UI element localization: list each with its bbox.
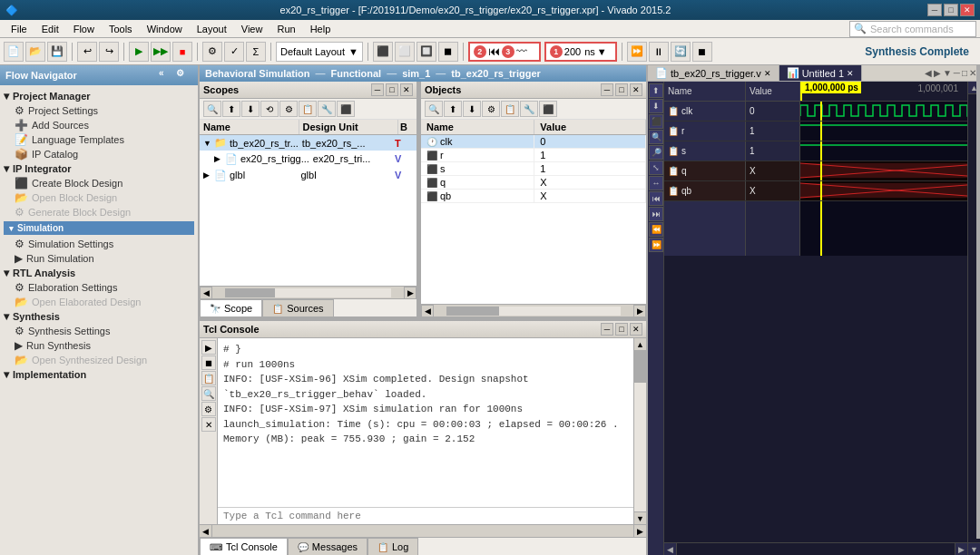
obj-row-qb[interactable]: ⬛qb X <box>421 190 646 203</box>
wave-side-btn-6[interactable]: ⤡ <box>649 161 663 175</box>
tcl-close-btn[interactable]: ✕ <box>630 323 642 336</box>
save-button[interactable]: 💾 <box>47 42 67 62</box>
wave-maximize-icon[interactable]: □ <box>962 68 967 78</box>
tcl-minimize-btn[interactable]: ─ <box>601 323 613 336</box>
obj-row-s[interactable]: ⬛s 1 <box>421 162 646 176</box>
wave-side-btn-4[interactable]: 🔍 <box>649 130 663 144</box>
scopes-maximize-btn[interactable]: □ <box>386 83 398 96</box>
wave-side-btn-8[interactable]: ⏮ <box>649 191 663 206</box>
objects-tb-btn-6[interactable]: 🔧 <box>520 101 538 117</box>
tcl-hscrollbar[interactable]: ◀ ▶ <box>200 524 646 537</box>
objects-tb-btn-3[interactable]: ⬇ <box>463 101 481 117</box>
tcl-side-btn-5[interactable]: ⚙ <box>201 402 216 416</box>
menu-edit[interactable]: Edit <box>34 20 66 37</box>
scopes-tb-btn-5[interactable]: ⚙ <box>279 101 298 117</box>
nav-settings-btn[interactable]: ⚙ <box>176 68 192 83</box>
objects-tb-btn-2[interactable]: ⬆ <box>444 101 462 117</box>
tab-scope[interactable]: 🔭 Scope <box>200 299 262 316</box>
tb-icon-1[interactable]: ⬛ <box>373 42 393 62</box>
nav-item-project-settings[interactable]: ⚙ Project Settings <box>0 103 198 118</box>
wave-side-btn-1[interactable]: ⬆ <box>649 83 663 98</box>
nav-item-add-sources[interactable]: ➕ Add Sources <box>0 118 198 132</box>
scopes-close-btn[interactable]: ✕ <box>400 83 413 96</box>
wave-scroll-right[interactable]: ▶ <box>955 543 967 555</box>
menu-layout[interactable]: Layout <box>190 20 234 37</box>
scroll-right-btn[interactable]: ▶ <box>404 287 416 299</box>
tab-tcl-console[interactable]: ⌨ Tcl Console <box>200 538 288 555</box>
scopes-tb-btn-2[interactable]: ⬆ <box>222 101 240 117</box>
wave-side-btn-9[interactable]: ⏭ <box>649 207 663 221</box>
objects-tb-btn-1[interactable]: 🔍 <box>425 101 443 117</box>
objects-minimize-btn[interactable]: ─ <box>601 83 613 96</box>
wave-side-btn-11[interactable]: ⏩ <box>649 238 663 252</box>
nav-item-open-block-design[interactable]: 📂 Open Block Design <box>0 190 198 205</box>
nav-section-simulation[interactable]: ▾ Simulation <box>4 221 194 235</box>
scope-row-ex20[interactable]: ▶ 📄 ex20_rs_trigg... ex20_rs_tri... V <box>200 151 416 167</box>
menu-view[interactable]: View <box>234 20 270 37</box>
tcl-hscroll-right[interactable]: ▶ <box>633 525 646 537</box>
nav-section-synthesis[interactable]: ▾ Synthesis <box>0 309 198 324</box>
nav-section-project-manager[interactable]: ▾ Project Manager <box>0 89 198 103</box>
tb-icon-3[interactable]: 🔲 <box>416 42 436 62</box>
wave-vscroll-down[interactable]: ▼ <box>968 542 980 555</box>
compile-button[interactable]: ⚙ <box>202 42 222 62</box>
restore-button[interactable]: □ <box>944 4 958 16</box>
wave-prev-tab-icon[interactable]: ◀ <box>925 68 932 78</box>
nav-item-simulation-settings[interactable]: ⚙ Simulation Settings <box>0 237 198 251</box>
wave-side-btn-10[interactable]: ⏪ <box>649 222 663 237</box>
scopes-hscrollbar[interactable]: ◀ ▶ <box>200 286 416 298</box>
tb-icon-8[interactable]: ⏹ <box>692 42 712 62</box>
wave-scroll-bottom[interactable]: ◀ ▶ <box>664 542 967 555</box>
tcl-vscrollbar[interactable]: ▲ ▼ <box>633 338 646 524</box>
nav-item-language-templates[interactable]: 📝 Language Templates <box>0 132 198 147</box>
tcl-side-btn-clear[interactable]: ✕ <box>201 417 216 432</box>
menu-file[interactable]: File <box>4 20 34 37</box>
check-button[interactable]: ✓ <box>224 42 244 62</box>
wave-row-clk[interactable]: 📋 clk 0 <box>664 102 967 122</box>
tb-icon-5[interactable]: ⏩ <box>627 42 647 62</box>
tcl-maximize-btn[interactable]: □ <box>615 323 628 336</box>
nav-item-create-block-design[interactable]: ⬛ Create Block Design <box>0 176 198 190</box>
nav-section-rtl-analysis[interactable]: ▾ RTL Analysis <box>0 266 198 280</box>
undo-button[interactable]: ↩ <box>77 42 97 62</box>
scopes-tb-btn-8[interactable]: ⬛ <box>337 101 355 117</box>
nav-item-open-synthesized-design[interactable]: 📂 Open Synthesized Design <box>0 353 198 367</box>
wave-side-btn-7[interactable]: ↔ <box>649 176 663 190</box>
time-control-box[interactable]: 1 200 ns ▼ <box>544 42 617 62</box>
tcl-side-btn-4[interactable]: 🔍 <box>201 386 216 401</box>
stop-button[interactable]: ■ <box>172 42 192 62</box>
run-button[interactable]: ▶ <box>129 42 149 62</box>
obj-row-q[interactable]: ⬛q X <box>421 176 646 190</box>
wave-tab-source[interactable]: 📄 tb_ex20_rs_trigger.v ✕ <box>648 65 779 81</box>
nav-item-run-simulation[interactable]: ▶ Run Simulation <box>0 251 198 266</box>
objects-hscrollbar[interactable]: ◀ ▶ <box>421 304 646 316</box>
tb-icon-2[interactable]: ⬜ <box>395 42 415 62</box>
tcl-side-btn-2[interactable]: ⏹ <box>201 355 216 370</box>
numbered-control-box[interactable]: 2 ⏮ 3 〰 <box>468 42 541 62</box>
new-button[interactable]: 📄 <box>4 42 24 62</box>
obj-row-clk[interactable]: 🕐clk 0 <box>421 135 646 149</box>
open-button[interactable]: 📂 <box>25 42 45 62</box>
nav-item-generate-block-design[interactable]: ⚙ Generate Block Design <box>0 205 198 219</box>
wave-side-btn-5[interactable]: 🔎 <box>649 145 663 160</box>
tab-sources[interactable]: 📋 Sources <box>262 299 333 316</box>
nav-section-implementation[interactable]: ▾ Implementation <box>0 367 198 382</box>
scopes-tb-btn-3[interactable]: ⬇ <box>241 101 260 117</box>
scopes-tb-btn-4[interactable]: ⟲ <box>260 101 279 117</box>
obj-scroll-right[interactable]: ▶ <box>633 305 646 317</box>
wave-minimize-icon[interactable]: ─ <box>954 68 960 78</box>
scope-row-tb[interactable]: ▼ 📁 tb_ex20_rs_tr... tb_ex20_rs_... T <box>200 135 416 151</box>
tb-icon-6[interactable]: ⏸ <box>649 42 669 62</box>
wave-tab-source-close[interactable]: ✕ <box>764 69 771 78</box>
obj-row-r[interactable]: ⬛r 1 <box>421 149 646 162</box>
tcl-side-btn-3[interactable]: 📋 <box>201 371 216 385</box>
nav-section-ip-integrator[interactable]: ▾ IP Integrator <box>0 161 198 176</box>
wave-side-btn-2[interactable]: ⬇ <box>649 99 663 113</box>
obj-scroll-left[interactable]: ◀ <box>421 305 434 317</box>
menu-run[interactable]: Run <box>270 20 302 37</box>
wave-scroll-left[interactable]: ◀ <box>664 543 677 555</box>
tab-log[interactable]: 📋 Log <box>368 538 418 555</box>
wave-row-s[interactable]: 📋 s 1 <box>664 141 967 161</box>
menu-flow[interactable]: Flow <box>66 20 102 37</box>
wave-row-q[interactable]: 📋 q X <box>664 161 967 181</box>
